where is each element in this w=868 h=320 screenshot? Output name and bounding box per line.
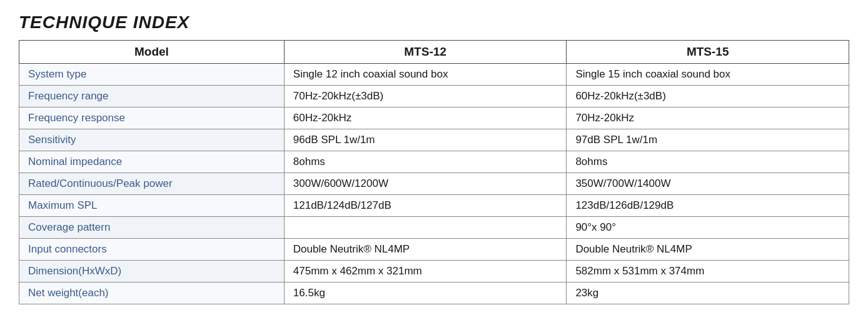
row-mts12-value: Single 12 inch coaxial sound box [284,64,567,86]
row-label: Dimension(HxWxD) [19,261,285,282]
technique-index-table: Model MTS-12 MTS-15 System typeSingle 12… [19,40,849,304]
row-label: Sensitivity [19,129,285,151]
table-row: Dimension(HxWxD)475mm x 462mm x 321mm582… [19,261,849,282]
row-mts15-value: 60Hz-20kHz(±3dB) [567,86,849,108]
page-title: TECHNIQUE INDEX [19,12,849,32]
row-label: Input connectors [19,239,285,261]
row-label: Net weight(each) [19,282,285,304]
row-mts12-value: 16.5kg [284,282,567,304]
table-row: Input connectorsDouble Neutrik® NL4MPDou… [19,239,849,261]
row-mts15-value: 350W/700W/1400W [567,173,849,195]
table-row: System typeSingle 12 inch coaxial sound … [19,64,849,86]
row-mts15-value: 123dB/126dB/129dB [567,195,849,217]
table-row: Nominal impedance8ohms8ohms [19,151,849,173]
row-label: System type [19,64,285,86]
row-mts12-value [284,217,567,239]
row-mts15-value: 8ohms [567,151,849,173]
table-row: Maximum SPL121dB/124dB/127dB123dB/126dB/… [19,195,849,217]
row-mts12-value: 60Hz-20kHz [284,108,567,129]
table-row: Rated/Continuous/Peak power300W/600W/120… [19,173,849,195]
row-label: Frequency range [19,86,285,108]
row-mts15-value: 70Hz-20kHz [567,108,849,129]
row-mts15-value: 90°x 90° [567,217,849,239]
row-mts15-value: Double Neutrik® NL4MP [567,239,849,261]
row-mts15-value: 582mm x 531mm x 374mm [567,261,849,282]
row-label: Coverage pattern [19,217,285,239]
table-header-row: Model MTS-12 MTS-15 [19,41,849,64]
col-header-mts12: MTS-12 [284,41,567,64]
row-mts12-value: Double Neutrik® NL4MP [284,239,567,261]
row-label: Nominal impedance [19,151,285,173]
row-label: Maximum SPL [19,195,285,217]
row-mts12-value: 300W/600W/1200W [284,173,567,195]
row-mts12-value: 96dB SPL 1w/1m [284,129,567,151]
row-mts12-value: 475mm x 462mm x 321mm [284,261,567,282]
row-mts15-value: Single 15 inch coaxial sound box [567,64,849,86]
table-row: Frequency response60Hz-20kHz70Hz-20kHz [19,108,849,129]
row-mts12-value: 8ohms [284,151,567,173]
row-label: Rated/Continuous/Peak power [19,173,285,195]
row-mts12-value: 70Hz-20kHz(±3dB) [284,86,567,108]
table-row: Coverage pattern90°x 90° [19,217,849,239]
row-mts15-value: 97dB SPL 1w/1m [567,129,849,151]
table-row: Net weight(each)16.5kg23kg [19,282,849,304]
table-row: Sensitivity96dB SPL 1w/1m97dB SPL 1w/1m [19,129,849,151]
row-label: Frequency response [19,108,285,129]
col-header-model: Model [19,41,285,64]
col-header-mts15: MTS-15 [567,41,849,64]
row-mts12-value: 121dB/124dB/127dB [284,195,567,217]
table-row: Frequency range70Hz-20kHz(±3dB)60Hz-20kH… [19,86,849,108]
row-mts15-value: 23kg [567,282,849,304]
